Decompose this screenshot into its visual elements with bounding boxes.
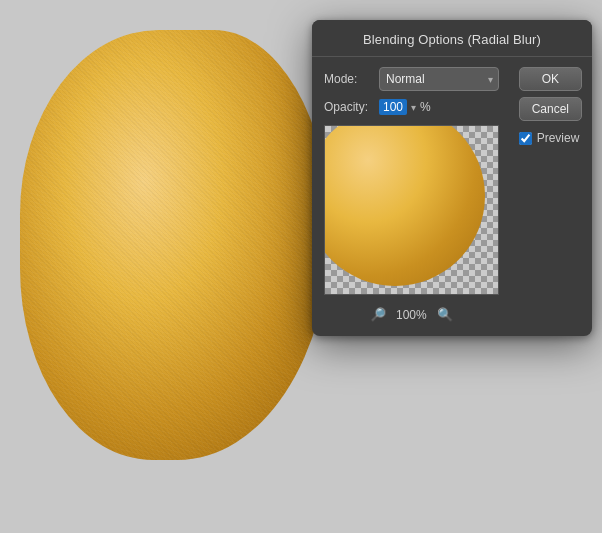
zoom-out-icon[interactable]: 🔎	[370, 307, 386, 322]
blending-options-dialog: Blending Options (Radial Blur) Mode: Nor…	[312, 20, 592, 336]
fur-blob	[20, 30, 330, 460]
mode-select[interactable]: Normal Dissolve Multiply Screen Overlay	[379, 67, 499, 91]
dialog-left: Mode: Normal Dissolve Multiply Screen Ov…	[312, 57, 511, 336]
fur-texture	[20, 30, 330, 460]
preview-check-row: Preview	[519, 131, 582, 145]
mode-select-wrapper: Normal Dissolve Multiply Screen Overlay	[379, 67, 499, 91]
zoom-bar: 🔎 100% 🔍	[324, 303, 499, 324]
preview-check-label: Preview	[537, 131, 580, 145]
opacity-unit: %	[420, 100, 431, 114]
opacity-label: Opacity:	[324, 100, 379, 114]
cancel-button[interactable]: Cancel	[519, 97, 582, 121]
preview-canvas	[324, 125, 499, 295]
opacity-row: Opacity: 100 ▾ %	[324, 99, 499, 115]
mode-row: Mode: Normal Dissolve Multiply Screen Ov…	[324, 67, 499, 91]
zoom-in-icon[interactable]: 🔍	[437, 307, 453, 322]
canvas-area: Blending Options (Radial Blur) Mode: Nor…	[0, 0, 602, 533]
preview-checkbox[interactable]	[519, 132, 532, 145]
opacity-value[interactable]: 100	[379, 99, 407, 115]
dialog-title: Blending Options (Radial Blur)	[363, 32, 541, 47]
opacity-dropdown-icon[interactable]: ▾	[411, 102, 416, 113]
mode-label: Mode:	[324, 72, 379, 86]
ok-button[interactable]: OK	[519, 67, 582, 91]
dialog-titlebar: Blending Options (Radial Blur)	[312, 20, 592, 57]
dialog-right-panel: OK Cancel Preview	[511, 57, 592, 336]
zoom-level-label: 100%	[396, 308, 427, 322]
